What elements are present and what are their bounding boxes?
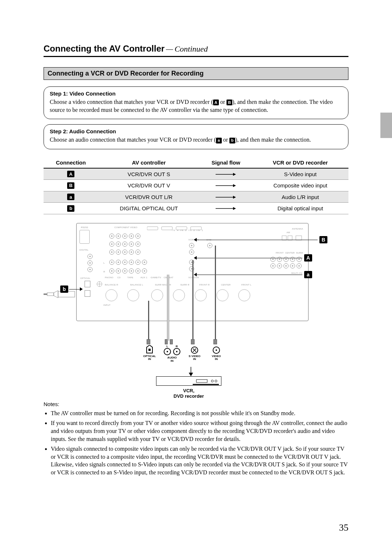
svg-marker-1 [233, 173, 236, 176]
signal-arrow-icon [200, 180, 252, 191]
step-1-heading: Step 1: Video Connection [50, 90, 342, 97]
down-arrow-icon [187, 367, 195, 376]
col-avcontroller: AV controller [98, 157, 200, 168]
row-rec: Audio L/R input [252, 191, 348, 203]
title-sep: — [166, 44, 173, 54]
recorder-box [156, 376, 221, 386]
optical-in-icon [146, 345, 153, 354]
label-digital: DIGITAL [79, 249, 89, 251]
svg-point-33 [193, 351, 194, 352]
label-optical: OPTICAL [80, 277, 90, 279]
page-tab [380, 113, 392, 138]
cable-svideo [192, 260, 193, 341]
notes-list: The AV controller must be turned on for … [44, 409, 348, 477]
label-multi: MULTI CH [291, 272, 302, 274]
svg-rect-30 [148, 349, 151, 351]
col-connection: Connection [44, 157, 98, 168]
svg-marker-36 [189, 373, 193, 376]
audio-in-L-icon [164, 348, 171, 355]
row-badge: b [67, 205, 74, 212]
label-tape: TAPE [127, 276, 133, 279]
label-component: COMPONENT VIDEO [114, 226, 138, 228]
title-bold: Connecting the AV Controller [44, 44, 164, 54]
table-row: B VCR/DVR OUT V Composite video input [44, 180, 348, 191]
step-2-box: Step 2: Audio Connection Choose an audio… [44, 124, 348, 149]
step1-mid: or [219, 99, 226, 105]
table-row: b DIGITAL OPTICAL OUT Digital optical in… [44, 203, 348, 214]
antenna-ports [281, 235, 303, 243]
connection-table: Connection AV controller Signal flow VCR… [44, 157, 348, 214]
row-rec: Digital optical input [252, 203, 348, 214]
row-avc: DIGITAL OPTICAL OUT [98, 203, 200, 214]
optical-jack [85, 281, 90, 287]
vcrdvr-jacks [188, 242, 195, 255]
svg-rect-10 [47, 293, 54, 296]
svg-marker-9 [54, 291, 58, 298]
list-item: Video signals connected to composite vid… [51, 445, 348, 476]
svg-point-24 [217, 289, 228, 301]
step-1-body: Choose a video connection that matches y… [50, 98, 342, 114]
component-row-1 [109, 233, 141, 239]
list-item: If you want to record directly from your… [51, 419, 348, 443]
optical-out-jack [85, 290, 90, 297]
title-rule [44, 56, 348, 57]
section-heading: Connecting a VCR or DVD Recorder for Rec… [44, 67, 348, 80]
label-R: R [103, 271, 105, 273]
svg-point-20 [127, 289, 139, 301]
notes-heading: Notes: [44, 401, 348, 407]
step2-pre: Choose an audio connection that matches … [50, 137, 216, 143]
svg-marker-3 [233, 184, 236, 187]
label-hdmi-in: IN 4 IN 3 IN 2 IN 1 [172, 229, 204, 231]
label-audio-in: AUDIO IN [161, 356, 183, 362]
page-title: Connecting the AV Controller — Continued [44, 44, 348, 54]
col-recorder: VCR or DVD recorder [252, 157, 348, 168]
svg-marker-7 [233, 207, 236, 210]
label-am: AM [286, 231, 290, 234]
audio-row-L [109, 259, 148, 266]
svg-point-31 [193, 348, 194, 349]
row-avc: VCR/DVR OUT S [98, 168, 200, 180]
svg-point-22 [173, 289, 185, 301]
label-optical-in: OPTICAL IN [142, 355, 158, 361]
label-antenna: ANTENNA [292, 228, 303, 230]
col-signalflow: Signal flow [200, 157, 252, 168]
badge-b-icon: b [229, 138, 235, 143]
svg-point-19 [106, 289, 117, 301]
table-header-row: Connection AV controller Signal flow VCR… [44, 157, 348, 168]
svg-point-32 [195, 348, 196, 349]
dvd-jacks [207, 242, 213, 249]
plug-audio-l [165, 339, 168, 344]
signal-arrow-icon [200, 191, 252, 203]
step1-pre: Choose a video connection that matches y… [50, 99, 213, 105]
label-L: L [164, 345, 171, 348]
digital-jacks [87, 253, 93, 273]
signal-arrow-icon [200, 168, 252, 180]
svg-point-39 [215, 380, 217, 382]
title-italic: Continued [175, 44, 208, 54]
label-balance-l: BALANCE L [130, 284, 143, 286]
badge-A-icon: A [213, 100, 219, 105]
label-cd: CD [117, 276, 121, 279]
ground-icon [96, 281, 103, 289]
page-number: 35 [339, 522, 348, 533]
label-R: R [173, 345, 180, 348]
vcrdvr-audio-jacks [188, 259, 195, 272]
label-aux1: AUX 1 [140, 276, 147, 279]
label-L: L [103, 262, 105, 264]
label-gametv: GAME/TV [151, 276, 161, 279]
cable-video [215, 246, 216, 341]
svg-point-25 [238, 289, 250, 301]
step-2-body: Choose an audio connection that matches … [50, 136, 342, 144]
row-avc: VCR/DVR OUT V [98, 180, 200, 191]
plug-video [213, 339, 217, 344]
label-input: INPUT [103, 304, 111, 306]
xlr-row [103, 288, 292, 304]
label-front-l: FRONT L [241, 284, 252, 286]
table-row: A VCR/DVR OUT S S-Video input [44, 168, 348, 180]
row-avc: VCR/DVR OUT L/R [98, 191, 200, 203]
video-in-icon [213, 347, 220, 354]
step2-mid: or [222, 137, 229, 143]
step-1-box: Step 1: Video Connection Choose a video … [44, 86, 348, 119]
row-rec: Composite video input [252, 180, 348, 191]
step2-post: ), and then make the connection. [235, 137, 311, 143]
